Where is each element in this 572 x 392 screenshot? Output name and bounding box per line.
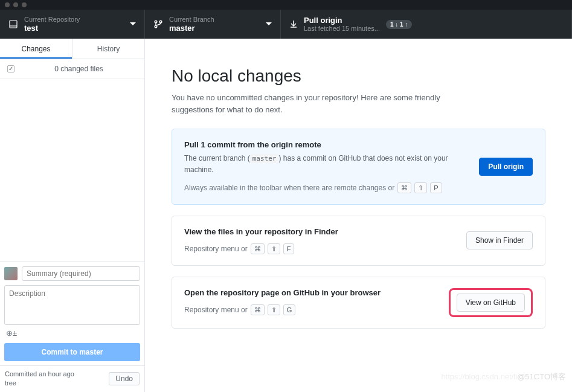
branch-selector[interactable]: Current Branch master xyxy=(145,10,281,39)
repo-selector[interactable]: Current Repository test xyxy=(0,10,145,39)
branch-value: master xyxy=(169,24,214,33)
key-cmd: ⌘ xyxy=(251,304,265,315)
last-commit-msg: tree xyxy=(5,379,74,387)
card-title: Open the repository page on GitHub in yo… xyxy=(184,288,439,297)
repo-value: test xyxy=(24,24,80,33)
view-on-github-button[interactable]: View on GitHub xyxy=(457,294,525,312)
avatar xyxy=(4,267,18,280)
svg-rect-0 xyxy=(10,21,17,28)
svg-point-4 xyxy=(159,21,162,23)
show-in-finder-button[interactable]: Show in Finder xyxy=(466,231,533,249)
branch-label: Current Branch xyxy=(169,16,214,24)
traffic-zoom[interactable] xyxy=(22,2,27,7)
undo-button[interactable]: Undo xyxy=(109,372,140,385)
chevron-down-icon xyxy=(266,22,272,26)
commit-description-input[interactable] xyxy=(4,285,140,325)
top-toolbar: Current Repository test Current Branch m… xyxy=(0,10,572,39)
tab-history[interactable]: History xyxy=(72,39,144,59)
tab-changes[interactable]: Changes xyxy=(0,39,72,59)
key-cmd: ⌘ xyxy=(251,243,265,254)
key-letter: F xyxy=(283,243,295,254)
commit-form: ⊕± Commit to master xyxy=(0,262,144,365)
sidebar-tabs: Changes History xyxy=(0,39,144,59)
page-title: No local changes xyxy=(172,66,545,86)
key-letter: G xyxy=(283,304,296,315)
commit-button-prefix: Commit to xyxy=(41,348,79,356)
card-desc: The current branch (master) has a commit… xyxy=(184,153,469,175)
key-shift: ⇧ xyxy=(268,304,280,315)
changed-files-count: 0 changed files xyxy=(21,65,137,73)
suggestion-finder: View the files in your repository in Fin… xyxy=(172,216,545,266)
commit-button[interactable]: Commit to master xyxy=(4,343,140,361)
sidebar: Changes History 0 changed files ⊕± Commi… xyxy=(0,39,145,392)
commit-button-branch: master xyxy=(79,348,103,356)
select-all-checkbox[interactable] xyxy=(7,65,14,72)
highlight-annotation: View on GitHub xyxy=(449,288,533,317)
pull-origin-action-button[interactable]: Pull origin xyxy=(479,158,533,176)
last-commit-bar: Committed an hour ago tree Undo xyxy=(0,365,144,392)
traffic-minimize[interactable] xyxy=(13,2,18,7)
pull-origin-button[interactable]: Pull origin Last fetched 15 minutes... 1… xyxy=(281,10,572,39)
branch-icon xyxy=(153,19,163,29)
key-letter: P xyxy=(430,182,442,193)
add-coauthors-icon[interactable]: ⊕± xyxy=(0,325,144,339)
card-hint: Repository menu or ⌘ ⇧ F xyxy=(184,243,457,254)
key-shift: ⇧ xyxy=(414,182,427,193)
card-hint: Repository menu or ⌘ ⇧ G xyxy=(184,304,439,315)
page-lead: You have no uncommitted changes in your … xyxy=(172,92,480,115)
commit-summary-input[interactable] xyxy=(22,266,140,281)
svg-point-2 xyxy=(155,21,157,23)
key-shift: ⇧ xyxy=(268,243,280,254)
pull-badge: 1 ↓ 1 ↑ xyxy=(386,20,412,29)
key-cmd: ⌘ xyxy=(397,182,411,193)
card-title: View the files in your repository in Fin… xyxy=(184,227,457,236)
card-title: Pull 1 commit from the origin remote xyxy=(184,140,469,149)
repo-icon xyxy=(8,19,18,29)
main-area: No local changes You have no uncommitted… xyxy=(145,39,572,392)
svg-point-3 xyxy=(155,25,157,28)
window-titlebar xyxy=(0,0,572,10)
pull-label: Pull origin xyxy=(304,16,380,25)
repo-label: Current Repository xyxy=(24,16,80,24)
suggestion-github: Open the repository page on GitHub in yo… xyxy=(172,277,545,329)
chevron-down-icon xyxy=(130,22,136,26)
traffic-close[interactable] xyxy=(5,2,10,7)
card-hint: Always available in the toolbar when the… xyxy=(184,182,469,193)
suggestion-pull: Pull 1 commit from the origin remote The… xyxy=(172,129,545,205)
last-commit-when: Committed an hour ago xyxy=(5,370,74,378)
download-icon xyxy=(289,20,298,28)
pull-sub: Last fetched 15 minutes... xyxy=(304,25,380,33)
changed-files-header: 0 changed files xyxy=(0,59,144,79)
